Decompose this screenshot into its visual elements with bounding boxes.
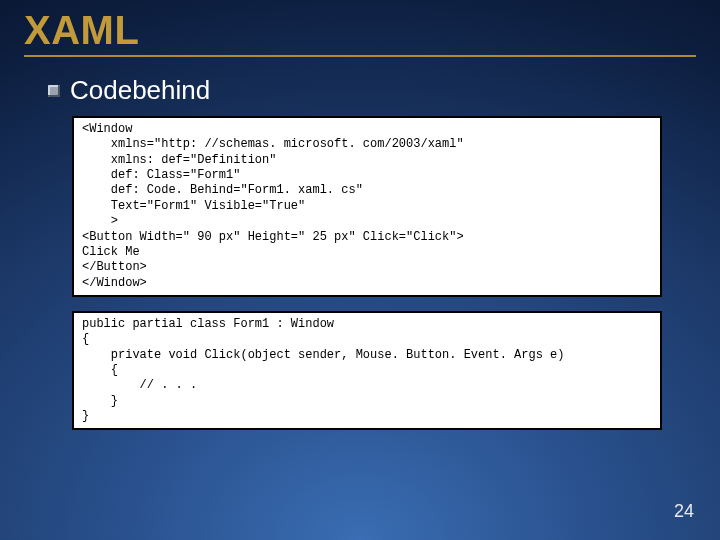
title-divider <box>24 55 696 57</box>
bullet-item: Codebehind <box>48 75 696 106</box>
code-block-csharp: public partial class Form1 : Window { pr… <box>72 311 662 431</box>
page-number: 24 <box>674 501 694 522</box>
code-block-xaml: <Window xmlns="http: //schemas. microsof… <box>72 116 662 297</box>
slide-title: XAML <box>24 8 696 53</box>
square-bullet-icon <box>48 85 60 97</box>
slide: XAML Codebehind <Window xmlns="http: //s… <box>0 0 720 540</box>
bullet-label: Codebehind <box>70 75 210 106</box>
